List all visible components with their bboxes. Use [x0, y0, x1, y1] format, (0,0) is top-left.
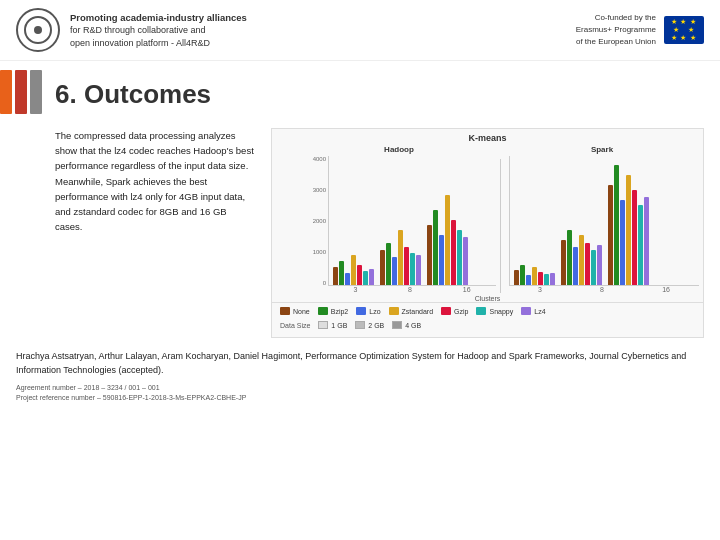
chart-title: K-means	[272, 129, 703, 145]
legend-color-none	[280, 307, 290, 315]
data-size-label: Data Size	[280, 322, 310, 329]
legend-color-snappy	[476, 307, 486, 315]
accent-bar-gray	[30, 70, 42, 114]
citation-small: Agreement number – 2018 – 3234 / 001 – 0…	[0, 381, 720, 405]
all4rd-logo	[16, 8, 60, 52]
citation-text: Hrachya Astsatryan, Arthur Lalayan, Aram…	[0, 338, 720, 381]
chart-legend: None Bzip2 Lzo Zstandard Gzip Snappy	[272, 302, 703, 333]
legend-size-1gb: 1 GB	[318, 321, 347, 329]
legend-size-2gb: 2 GB	[355, 321, 384, 329]
legend-gzip: Gzip	[441, 307, 468, 315]
legend-color-zstandard	[389, 307, 399, 315]
legend-lzo: Lzo	[356, 307, 380, 315]
legend-zstandard: Zstandard	[389, 307, 434, 315]
hadoop-cluster-3	[333, 255, 374, 285]
spark-cluster-8	[561, 230, 602, 285]
accent-bars	[0, 70, 42, 114]
legend-color-bzip2	[318, 307, 328, 315]
header-tagline: Promoting academia-industry alliances fo…	[70, 11, 247, 50]
kmeans-chart: K-means Hadoop 4000 3000 2000 1000 0	[271, 128, 704, 338]
spark-cluster-3	[514, 265, 555, 285]
hadoop-cluster-8	[380, 230, 421, 285]
legend-color-lz4	[521, 307, 531, 315]
accent-bar-red	[15, 70, 27, 114]
erasmus-text: Co-funded by the Erasmus+ Programme of t…	[576, 12, 656, 48]
spark-cluster-16	[608, 165, 649, 285]
header-left: Promoting academia-industry alliances fo…	[16, 8, 247, 52]
title-section: 6. Outcomes	[0, 61, 720, 118]
description-text: The compressed data processing analyzes …	[55, 128, 255, 338]
eu-flag-stars: ★ ★ ★★ ★★ ★ ★	[671, 18, 698, 41]
hadoop-cluster-16	[427, 195, 468, 285]
spark-label: Spark	[591, 145, 613, 154]
page-title: 6. Outcomes	[55, 79, 704, 110]
legend-bzip2: Bzip2	[318, 307, 349, 315]
legend-color-gzip	[441, 307, 451, 315]
legend-size-4gb: 4 GB	[392, 321, 421, 329]
legend-color-lzo	[356, 307, 366, 315]
header-right: Co-funded by the Erasmus+ Programme of t…	[576, 12, 704, 48]
accent-bar-orange	[0, 70, 12, 114]
logo-inner-circle	[24, 16, 52, 44]
page-header: Promoting academia-industry alliances fo…	[0, 0, 720, 61]
main-content: The compressed data processing analyzes …	[0, 118, 720, 338]
hadoop-label: Hadoop	[384, 145, 414, 154]
legend-lz4: Lz4	[521, 307, 545, 315]
legend-snappy: Snappy	[476, 307, 513, 315]
eu-flag: ★ ★ ★★ ★★ ★ ★	[664, 16, 704, 44]
legend-none: None	[280, 307, 310, 315]
x-axis-label: Clusters	[272, 295, 703, 302]
logo-dot	[34, 26, 42, 34]
